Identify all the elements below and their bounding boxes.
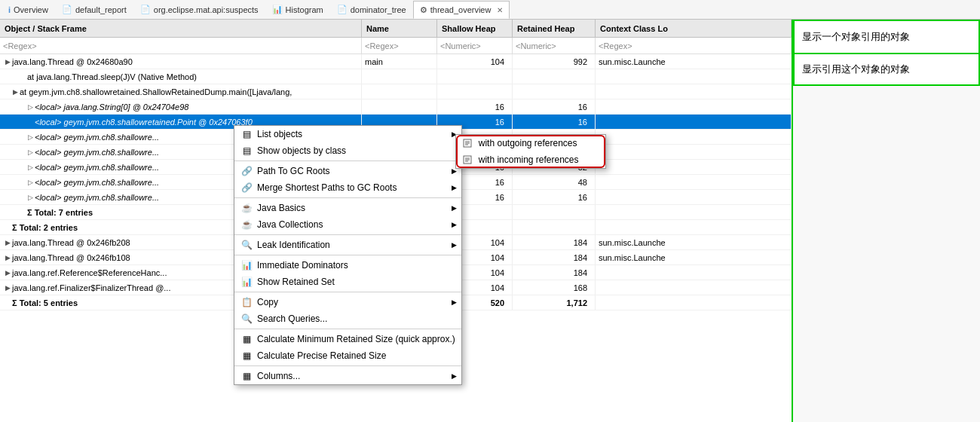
table-row[interactable]: ▷<local> java.lang.String[0] @ 0x24704e9… [0,99,792,115]
cell-retained: 184 [513,235,596,249]
table-row[interactable]: ▶at geym.jvm.ch8.shallowretained.Shallow… [0,84,792,99]
menu-item-calc-precise[interactable]: ▦Calculate Precise Retained Size [234,347,461,364]
cell-context [596,84,792,99]
submenu-item-incoming[interactable]: with incoming references [456,151,605,168]
expand-arrow[interactable]: ▷ [26,179,35,186]
java-collections-icon: ☕ [240,219,253,231]
table-row[interactable]: ▶java.lang.Thread @ 0x24680a90main104992… [0,54,792,69]
menu-item-show-objects[interactable]: ▤Show objects by class [234,142,461,159]
row-label: Σ Total: 7 entries [27,208,93,217]
expand-arrow[interactable]: ▷ [26,164,35,171]
menu-item-imm-dom[interactable]: 📊Immediate Dominators [234,257,461,274]
row-label: <local> java.lang.String[0] @ 0x24704e98 [35,102,188,112]
cell-retained [513,220,596,234]
menu-separator [234,329,461,329]
table-row[interactable]: at java.lang.Thread.sleep(J)V (Native Me… [0,69,792,84]
menu-item-calc-min[interactable]: ▦Calculate Minimum Retained Size (quick … [234,331,461,347]
dominator-icon: 📄 [337,5,348,14]
cell-context [596,205,792,219]
cell-context [596,295,792,310]
submenu-item-outgoing[interactable]: with outgoing references [456,135,605,151]
cell-retained: 48 [513,175,596,189]
tab-overview[interactable]: i Overview [2,1,55,19]
list-objects-label: List objects [257,129,451,139]
expand-arrow[interactable]: ▷ [26,148,35,156]
calc-min-label: Calculate Minimum Retained Size (quick a… [257,334,455,344]
show-retained-label: Show Retained Set [257,277,455,287]
filter-object[interactable]: <Regex> [0,38,362,54]
context-menu[interactable]: ▤List objectswith outgoing referenceswit… [234,125,462,385]
filter-row: <Regex> <Regex> <Numeric> <Numeric> <Reg… [0,38,792,54]
tab-suspects[interactable]: 📄 org.eclipse.mat.api:suspects [133,1,265,19]
path-gc-label: Path To GC Roots [257,166,455,176]
menu-item-copy[interactable]: 📋Copy [234,294,461,310]
cell-retained [513,205,596,219]
menu-separator [234,234,461,235]
tab-default-report[interactable]: 📄 default_report [55,1,133,19]
menu-item-columns[interactable]: ▦Columns... [234,368,461,384]
expand-arrow[interactable]: ▶ [3,239,12,246]
filter-shallow[interactable]: <Numeric> [437,38,513,54]
menu-item-leak-id[interactable]: 🔍Leak Identification [234,237,461,253]
imm-dom-label: Immediate Dominators [257,260,455,271]
tab-close-button[interactable]: ✕ [497,6,503,14]
cell-context [596,69,792,84]
row-label: <local> geym.jvm.ch8.shallowre... [35,148,159,157]
cell-name: main [362,54,437,69]
filter-name[interactable]: <Regex> [362,38,437,54]
filter-context[interactable]: <Regex> [596,38,792,54]
copy-label: Copy [257,297,455,307]
row-label: java.lang.ref.Reference$ReferenceHanc... [12,268,167,277]
cell-shallow [437,84,513,99]
cell-context: sun.misc.Launche [596,54,792,69]
cell-context: sun.misc.Launche [596,235,792,249]
list-objects-icon: ▤ [240,128,253,140]
expand-arrow[interactable]: ▶ [3,269,12,277]
menu-separator [234,197,461,198]
tab-histogram-label: Histogram [286,5,323,14]
expand-arrow[interactable]: ▶ [3,254,12,261]
overview-icon: i [8,5,11,14]
menu-separator [234,292,461,292]
col-header-object: Object / Stack Frame [0,20,362,37]
menu-item-show-retained[interactable]: 📊Show Retained Set [234,274,461,290]
expand-arrow[interactable]: ▷ [26,133,35,141]
cell-shallow [437,69,513,84]
col-header-context: Context Class Lo [596,20,792,37]
java-basics-label: Java Basics [257,203,455,213]
menu-item-list-objects[interactable]: ▤List objectswith outgoing referenceswit… [234,126,461,142]
tab-histogram[interactable]: 📊 Histogram [265,1,330,19]
path-gc-icon: 🔗 [240,165,253,177]
filter-retained[interactable]: <Numeric> [513,38,596,54]
cell-object: ▷<local> java.lang.String[0] @ 0x24704e9… [0,99,362,114]
thread-icon: ⚙ [420,5,427,15]
tab-thread-overview[interactable]: ⚙ thread_overview ✕ [413,1,510,19]
incoming-label: with incoming references [479,154,579,165]
menu-item-java-basics[interactable]: ☕Java Basics [234,200,461,216]
menu-item-path-gc[interactable]: 🔗Path To GC Roots [234,163,461,179]
row-label: Σ Total: 2 entries [12,223,78,232]
cell-shallow: 16 [437,99,513,114]
tab-thread-overview-label: thread_overview [430,5,492,14]
tab-default-report-label: default_report [75,5,127,14]
cell-object: ▶java.lang.Thread @ 0x24680a90 [0,54,362,69]
tab-dominator[interactable]: 📄 dominator_tree [330,1,413,19]
annotation-outgoing: 显示一个对象引用的对象 [793,20,980,53]
columns-label: Columns... [257,371,455,381]
menu-item-java-collections[interactable]: ☕Java Collections [234,216,461,233]
expand-arrow[interactable]: ▷ [26,194,35,201]
cell-context: sun.misc.Launche [596,250,792,265]
expand-arrow[interactable]: ▶ [3,284,12,292]
menu-item-search[interactable]: 🔍Search Queries... [234,310,461,327]
expand-arrow[interactable]: ▷ [26,103,35,111]
tab-bar: i Overview 📄 default_report 📄 org.eclips… [0,0,980,20]
col-header-retained: Retained Heap [513,20,596,37]
menu-item-merge-paths[interactable]: 🔗Merge Shortest Paths to GC Roots [234,179,461,196]
show-objects-label: Show objects by class [257,145,455,156]
calc-precise-label: Calculate Precise Retained Size [257,350,455,361]
java-collections-label: Java Collections [257,219,455,230]
expand-arrow[interactable]: ▶ [3,58,12,66]
cell-context [596,280,792,295]
expand-arrow[interactable]: ▶ [11,88,20,96]
merge-paths-label: Merge Shortest Paths to GC Roots [257,182,455,193]
